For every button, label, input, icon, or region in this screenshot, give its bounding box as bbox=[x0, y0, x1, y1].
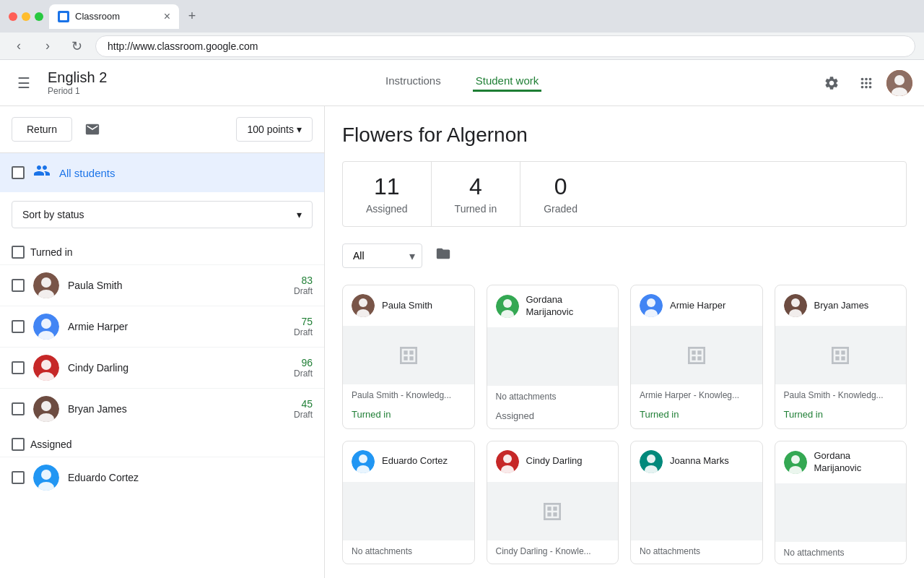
student-row-eduardo-cortez[interactable]: Eduardo Cortez bbox=[0, 457, 324, 498]
cindy-darling-grade: 96 Draft bbox=[294, 357, 313, 379]
svg-point-22 bbox=[503, 299, 512, 308]
tab-close-button[interactable]: × bbox=[164, 11, 170, 22]
apps-button[interactable] bbox=[852, 69, 881, 98]
settings-button[interactable] bbox=[817, 69, 846, 98]
card-gordana-name: Gordana Marijanovic bbox=[526, 294, 610, 319]
new-tab-button[interactable]: + bbox=[182, 7, 202, 27]
student-row-bryan-james[interactable]: Bryan James 45 Draft bbox=[0, 388, 324, 429]
folder-button[interactable] bbox=[431, 241, 456, 270]
card-joanna-marks[interactable]: Joanna Marks No attachments bbox=[630, 441, 763, 564]
header-nav: Instructions Student work bbox=[118, 74, 806, 92]
card-eduardo-cortez-body: No attachments bbox=[343, 483, 474, 562]
paula-smith-grade: 83 Draft bbox=[294, 275, 313, 296]
filter-select-wrapper: All Turned in Assigned Graded ▾ bbox=[342, 243, 422, 268]
card-armie-harper[interactable]: Armie Harper Armie Harper - Knowleg... T… bbox=[630, 285, 763, 429]
card-armie-harper-attachment: Armie Harper - Knowleg... bbox=[631, 384, 762, 406]
stat-assigned: 11 Assigned bbox=[343, 162, 431, 226]
card-gordana2-avatar bbox=[784, 451, 807, 474]
group-icon bbox=[33, 162, 51, 184]
sidebar-toolbar: Return 100 points ▾ bbox=[0, 106, 324, 153]
card-gordana-header: Gordana Marijanovic bbox=[487, 285, 619, 328]
all-students-label: All students bbox=[59, 167, 116, 179]
card-cindy-darling[interactable]: Cindy Darling Cindy Darling - Knowle... bbox=[487, 441, 619, 564]
minimize-dot[interactable] bbox=[22, 12, 30, 21]
card-bryan-james-status: Turned in bbox=[775, 406, 907, 427]
hamburger-icon[interactable]: ☰ bbox=[12, 69, 36, 98]
main-content: Flowers for Algernon 11 Assigned 4 Turne… bbox=[325, 106, 924, 578]
card-joanna-marks-name: Joanna Marks bbox=[670, 455, 729, 467]
student-row-paula-smith[interactable]: Paula Smith 83 Draft bbox=[0, 264, 324, 306]
nav-student-work[interactable]: Student work bbox=[473, 74, 542, 92]
address-bar: ‹ › ↻ http://www.classroom.google.com bbox=[0, 33, 924, 60]
graded-label: Graded bbox=[544, 203, 578, 215]
active-tab[interactable]: Classroom × bbox=[49, 4, 179, 29]
reload-button[interactable]: ↻ bbox=[66, 36, 87, 56]
card-bryan-james-body: Paula Smith - Knowledg... Turned in bbox=[775, 327, 907, 427]
turned-in-section-checkbox[interactable] bbox=[12, 246, 25, 259]
close-dot[interactable] bbox=[9, 12, 17, 21]
sort-dropdown-button[interactable]: Sort by status ▾ bbox=[12, 201, 313, 228]
armie-harper-checkbox[interactable] bbox=[12, 320, 25, 333]
graded-count: 0 bbox=[544, 173, 578, 200]
svg-point-19 bbox=[359, 298, 367, 307]
bryan-james-avatar bbox=[33, 396, 59, 422]
student-row-armie-harper[interactable]: Armie Harper 75 Draft bbox=[0, 306, 324, 347]
card-cindy-darling-name: Cindy Darling bbox=[526, 455, 583, 467]
card-eduardo-cortez[interactable]: Eduardo Cortez No attachments bbox=[342, 441, 475, 564]
bryan-james-checkbox[interactable] bbox=[12, 402, 25, 415]
url-input[interactable]: http://www.classroom.google.com bbox=[95, 35, 915, 57]
eduardo-cortez-checkbox[interactable] bbox=[12, 471, 25, 484]
filter-row: All Turned in Assigned Graded ▾ bbox=[342, 241, 907, 270]
card-gordana-attachment: No attachments bbox=[487, 386, 619, 407]
svg-point-1 bbox=[894, 75, 905, 85]
assigned-count: 11 bbox=[366, 173, 408, 200]
card-gordana2[interactable]: Gordana Marijanovic No attachments bbox=[775, 441, 907, 564]
user-avatar[interactable] bbox=[886, 70, 912, 96]
card-paula-smith-body: Paula Smith - Knowledg... Turned in bbox=[343, 327, 474, 427]
armie-harper-name: Armie Harper bbox=[68, 321, 285, 332]
card-gordana2-attachment: No attachments bbox=[775, 542, 907, 564]
card-bryan-james[interactable]: Bryan James Paula Smith - Knowledg... Tu… bbox=[775, 285, 907, 429]
points-dropdown[interactable]: 100 points ▾ bbox=[236, 117, 313, 142]
svg-point-31 bbox=[359, 454, 367, 463]
return-button[interactable]: Return bbox=[12, 117, 72, 142]
bryan-james-grade: 45 Draft bbox=[294, 398, 313, 420]
card-bryan-james-name: Bryan James bbox=[814, 300, 869, 312]
mail-button[interactable] bbox=[78, 115, 107, 144]
card-gordana[interactable]: Gordana Marijanovic No attachments Assig… bbox=[487, 285, 619, 429]
all-students-checkbox[interactable] bbox=[12, 166, 25, 179]
armie-harper-grade: 75 Draft bbox=[294, 316, 313, 337]
stat-turned-in: 4 Turned in bbox=[431, 162, 520, 226]
filter-select[interactable]: All Turned in Assigned Graded bbox=[342, 243, 422, 268]
window-controls bbox=[9, 12, 43, 21]
all-students-row[interactable]: All students bbox=[0, 153, 324, 192]
assigned-label: Assigned bbox=[366, 203, 408, 215]
tab-title: Classroom bbox=[75, 11, 158, 22]
svg-point-37 bbox=[647, 454, 655, 463]
cindy-darling-checkbox[interactable] bbox=[12, 361, 25, 374]
bryan-james-name: Bryan James bbox=[68, 403, 285, 415]
svg-point-4 bbox=[41, 277, 51, 288]
card-paula-smith[interactable]: Paula Smith Paula Smith - Knowledg... Tu… bbox=[342, 285, 475, 429]
sort-dropdown-wrapper: Sort by status ▾ bbox=[12, 201, 313, 228]
back-button[interactable]: ‹ bbox=[9, 36, 29, 56]
student-row-cindy-darling[interactable]: Cindy Darling 96 Draft bbox=[0, 347, 324, 388]
svg-point-40 bbox=[791, 455, 800, 464]
card-paula-smith-thumbnail bbox=[343, 327, 474, 384]
app-header: ☰ English 2 Period 1 Instructions Studen… bbox=[0, 60, 924, 106]
card-gordana-body: No attachments Assigned bbox=[487, 328, 619, 428]
card-joanna-marks-avatar bbox=[640, 450, 663, 473]
card-armie-harper-body: Armie Harper - Knowleg... Turned in bbox=[631, 327, 762, 427]
nav-instructions[interactable]: Instructions bbox=[383, 74, 444, 92]
paula-smith-checkbox[interactable] bbox=[12, 279, 25, 292]
turned-in-label: Turned in bbox=[455, 203, 497, 215]
assigned-section-checkbox[interactable] bbox=[12, 438, 25, 451]
maximize-dot[interactable] bbox=[35, 12, 43, 21]
card-gordana-status: Assigned bbox=[487, 407, 619, 428]
card-paula-smith-attachment: Paula Smith - Knowledg... bbox=[343, 384, 474, 406]
card-joanna-marks-header: Joanna Marks bbox=[631, 441, 762, 483]
card-bryan-james-header: Bryan James bbox=[775, 285, 907, 327]
eduardo-cortez-avatar bbox=[33, 465, 59, 491]
browser-chrome: Classroom × + bbox=[0, 0, 924, 33]
forward-button[interactable]: › bbox=[38, 36, 58, 56]
